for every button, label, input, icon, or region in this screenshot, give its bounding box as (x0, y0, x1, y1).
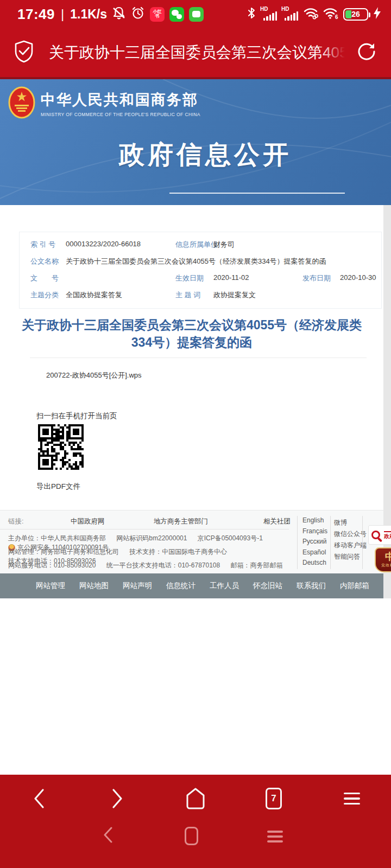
battery-percent: 26 (351, 10, 360, 18)
gov-info-disclosure-title: 政府信息公开 (0, 138, 391, 172)
nav-internal-mail[interactable]: 内部邮箱 (340, 581, 369, 591)
status-bar: 17:49 | 1.1K/s 小红书 HD HD (0, 0, 391, 28)
xiaohongshu-app-icon: 小红书 (150, 7, 165, 22)
green-app-icon (189, 7, 204, 22)
national-emblem-logo (8, 86, 35, 121)
footer-nav-bar: 网站管理 网站地图 网站声明 信息统计 工作人员 怀念旧站 联系我们 内部邮箱 (0, 573, 391, 598)
browser-menu-button[interactable] (313, 779, 391, 818)
ministry-brand[interactable]: 中华人民共和国商务部 MINISTRY OF COMMERCE OF THE P… (8, 86, 200, 121)
svg-text:6: 6 (335, 14, 338, 20)
ministry-name-cn: 中华人民共和国商务部 (41, 90, 200, 110)
meta-keyword-value: 政协提案复文 (213, 290, 256, 300)
magnifier-icon (371, 531, 380, 539)
footer-site-admin: 网站管理：商务部电子商务和信息化司 (8, 547, 119, 557)
lang-russian[interactable]: Русский (302, 537, 327, 547)
status-right: HD HD 6 26 (247, 6, 381, 22)
security-shield-check-icon[interactable] (13, 40, 35, 66)
vertical-divider (330, 516, 331, 569)
browser-tabs-button[interactable]: 7 (235, 779, 313, 818)
meta-docname-label: 公文名称 (30, 257, 59, 266)
blank-area (0, 598, 391, 775)
vertical-divider (297, 516, 298, 569)
browser-nav-bar: 7 (0, 779, 391, 818)
wechat-app-icon (169, 7, 184, 22)
footer-platform-phone: 统一平台技术支持电话：010-67870108 (106, 561, 220, 570)
meta-index-value: 000013223/2020-66018 (66, 240, 141, 248)
nav-site-map[interactable]: 网站地图 (79, 581, 109, 591)
footer-link-associations[interactable]: 相关社团 (263, 517, 291, 526)
site-header-banner: 中华人民共和国商务部 MINISTRY OF COMMERCE OF THE P… (0, 77, 391, 205)
social-app[interactable]: 移动客户端 (334, 540, 367, 551)
nav-site-admin[interactable]: 网站管理 (36, 581, 65, 591)
lang-english[interactable]: English (302, 515, 327, 526)
network-speed: 1.1K/s (70, 7, 107, 22)
nav-old-site[interactable]: 怀念旧站 (253, 581, 282, 591)
footer-link-govcn[interactable]: 中国政府网 (71, 517, 105, 526)
nav-info-stats[interactable]: 信息统计 (166, 581, 195, 591)
social-weibo[interactable]: 微博 (334, 517, 367, 528)
meta-index-label: 索 引 号 (30, 240, 55, 250)
meta-effective-value: 2020-11-02 (213, 273, 249, 282)
content-area: 索 引 号 000013223/2020-66018 信息所属单位 财务司 公文… (0, 205, 391, 510)
site-footer: 链接: 中国政府网 地方商务主管部门 相关社团 主办单位：中华人民共和国商务部 … (0, 510, 391, 573)
charging-bolt-icon (373, 7, 381, 22)
meta-docname-value: 关于政协十三届全国委员会第三次会议第4055号（经济发展类334号）提案答复的函 (66, 257, 326, 266)
browser-toolbar: 关于政协十三届全国委员会第三次会议第405 (0, 28, 391, 77)
wifi-link-icon (303, 6, 318, 22)
muted-bell-icon (112, 6, 126, 22)
tab-count: 7 (271, 793, 276, 804)
footer-host-org: 主办单位：中华人民共和国商务部 (8, 534, 106, 543)
footer-site-id: 网站标识码bm22000001 (116, 534, 187, 543)
footer-tech-support: 技术支持：中国国际电子商务中心 (129, 547, 227, 557)
meta-topic-label: 主题分类 (30, 290, 59, 300)
system-menu-button[interactable] (267, 831, 283, 843)
meta-keyword-label: 主 题 词 (175, 290, 200, 300)
meta-publish-value: 2020-10-30 (340, 273, 376, 282)
nav-site-notice[interactable]: 网站声明 (123, 581, 152, 591)
social-smart-qa[interactable]: 智能问答 (334, 551, 367, 563)
system-back-button[interactable] (103, 827, 113, 843)
footer-service-phone: 网站服务电话：010-85093020 (8, 561, 96, 570)
system-recents-button[interactable] (185, 827, 198, 845)
lang-german[interactable]: Deutsch (302, 558, 327, 569)
footer-mailbox: 邮箱：商务部邮箱 (231, 561, 283, 570)
separator: | (61, 7, 64, 22)
phone-screen: 17:49 | 1.1K/s 小红书 HD HD (0, 0, 391, 868)
social-wechat[interactable]: 微信公众号 (334, 528, 367, 540)
footer-icp-number: 京ICP备05004093号-1 (198, 534, 263, 543)
status-left: 17:49 | 1.1K/s 小红书 (17, 6, 204, 23)
alarm-clock-icon (131, 6, 145, 22)
find-error-badge[interactable]: 政府网站 找错 (368, 525, 391, 545)
browser-home-button[interactable] (156, 779, 235, 818)
document-meta-table: 索 引 号 000013223/2020-66018 信息所属单位 财务司 公文… (19, 232, 382, 309)
footer-divider (0, 529, 289, 529)
qr-code (36, 423, 85, 471)
footer-link-local-commerce[interactable]: 地方商务主管部门 (154, 517, 208, 526)
meta-unit-label: 信息所属单位 (175, 240, 218, 250)
refresh-icon[interactable] (356, 41, 377, 64)
browser-forward-button[interactable] (78, 779, 156, 818)
ministry-name-en: MINISTRY OF COMMERCE OF THE PEOPLE'S REP… (41, 112, 200, 117)
meta-docno-label: 文 号 (30, 273, 59, 283)
nav-staff[interactable]: 工作人员 (210, 581, 239, 591)
vertical-divider (362, 516, 363, 569)
battery-fill (345, 10, 351, 18)
signal-bars-icon-1: HD (261, 6, 277, 22)
links-label: 链接: (8, 517, 23, 526)
qr-scan-hint: 扫一扫在手机打开当前页 (36, 411, 117, 421)
meta-topic-value: 全国政协提案答复 (66, 290, 122, 300)
page-title-area: 关于政协十三届全国委员会第三次会议第405 (49, 42, 345, 63)
attachment-link[interactable]: 200722-政协4055号[公开].wps (46, 371, 142, 380)
nav-contact-us[interactable]: 联系我们 (297, 581, 326, 591)
browser-page-title: 关于政协十三届全国委员会第三次会议第405 (49, 44, 345, 61)
browser-back-button[interactable] (0, 779, 78, 818)
language-links: English Français Русский Español Deutsch (302, 515, 327, 569)
clock-time: 17:49 (17, 6, 55, 23)
signal-bars-icon-2: HD (282, 6, 298, 22)
lang-spanish[interactable]: Español (302, 547, 327, 558)
export-pdf-link[interactable]: 导出PDF文件 (36, 482, 80, 492)
party-gov-org-badge[interactable]: 中 党政机关 (375, 547, 391, 572)
banner-underline (169, 193, 345, 194)
lang-french[interactable]: Français (302, 526, 327, 537)
article-title: 关于政协十三届全国委员会第三次会议第4055号（经济发展类334号）提案答复的函 (16, 316, 367, 351)
